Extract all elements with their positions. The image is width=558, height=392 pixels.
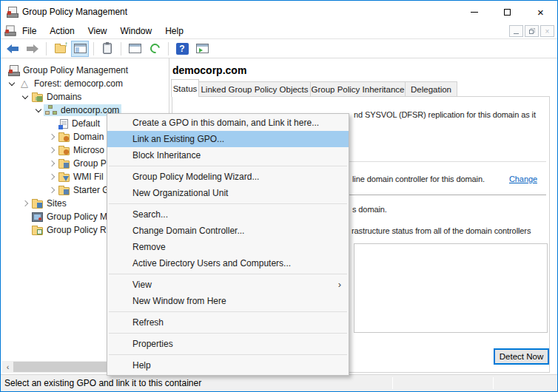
submenu-arrow-icon: › xyxy=(338,277,341,293)
menu-item-gp-modeling-wizard[interactable]: Group Policy Modeling Wizard... xyxy=(107,169,349,185)
chevron-right-icon[interactable] xyxy=(20,198,30,209)
chevron-down-icon[interactable] xyxy=(7,78,17,89)
maximize-button[interactable] xyxy=(491,1,524,23)
tab-delegation[interactable]: Delegation xyxy=(405,81,457,97)
tree-item-domains[interactable]: Domains xyxy=(20,90,84,104)
export-list-button[interactable] xyxy=(193,41,211,57)
detect-hint-text: rastructure status from all of the domai… xyxy=(352,226,531,235)
back-button[interactable] xyxy=(4,41,21,57)
tree-item-group-policy-modeling[interactable]: Group Policy M xyxy=(20,210,110,223)
mdi-window-controls: × xyxy=(509,25,554,37)
title-bar: Group Policy Management × xyxy=(1,1,557,23)
mdi-restore-button[interactable] xyxy=(525,25,539,37)
toolbar-separator xyxy=(121,42,121,55)
menu-separator xyxy=(109,354,347,355)
chevron-right-icon[interactable] xyxy=(47,145,57,155)
tree-item-microsoft-ou[interactable]: Microso xyxy=(47,143,107,157)
back-icon xyxy=(5,44,20,54)
chevron-spacer xyxy=(20,212,30,222)
menu-item-properties[interactable]: Properties xyxy=(107,336,349,352)
properties-window-icon xyxy=(129,44,141,53)
sites-folder-icon xyxy=(32,200,43,209)
chevron-right-icon[interactable] xyxy=(47,132,57,142)
context-menu: Create a GPO in this domain, and Link it… xyxy=(107,113,349,376)
tab-group-policy-inheritance[interactable]: Group Policy Inheritance xyxy=(310,81,406,97)
menu-item-block-inheritance[interactable]: Block Inheritance xyxy=(107,147,349,163)
tree-item-label: Group P xyxy=(73,158,107,169)
show-console-tree-button[interactable] xyxy=(71,41,89,57)
menu-view[interactable]: View xyxy=(81,24,114,38)
menu-item-search[interactable]: Search... xyxy=(107,206,349,223)
menu-action[interactable]: Action xyxy=(43,24,81,38)
properties-button[interactable] xyxy=(126,41,144,57)
tab-status[interactable]: Status xyxy=(171,79,199,97)
tree-item-label: Starter G xyxy=(73,185,110,195)
minimize-button[interactable] xyxy=(457,1,491,23)
menu-item-view[interactable]: View› xyxy=(107,277,349,293)
clipboard-icon xyxy=(103,43,112,54)
tree-item-sites[interactable]: Sites xyxy=(20,197,69,210)
maximize-icon xyxy=(504,9,511,16)
tree-item-forest[interactable]: △Forest: democorp.com xyxy=(7,77,125,90)
menu-help[interactable]: Help xyxy=(158,24,190,38)
baseline-dc-text: line domain controller for this domain. xyxy=(352,175,485,183)
menu-item-new-organizational-unit[interactable]: New Organizational Unit xyxy=(107,185,349,201)
menu-item-refresh[interactable]: Refresh xyxy=(107,314,349,331)
menu-bar: File Action View Window Help × xyxy=(1,23,557,39)
tree-item-default-domain-policy[interactable]: Default xyxy=(47,117,102,130)
tree-item-label: WMI Fil xyxy=(73,172,104,182)
tab-linked-group-policy-objects[interactable]: Linked Group Policy Objects xyxy=(198,81,311,97)
tree-item-label: Forest: democorp.com xyxy=(34,78,123,89)
menu-separator xyxy=(109,203,347,204)
menu-item-ad-users-and-computers[interactable]: Active Directory Users and Computers... xyxy=(107,255,349,271)
refresh-button[interactable] xyxy=(146,41,164,57)
menu-item-remove[interactable]: Remove xyxy=(107,239,349,255)
menu-item-label: View xyxy=(132,280,152,290)
chevron-down-icon[interactable] xyxy=(20,92,30,102)
mdi-close-button[interactable]: × xyxy=(540,25,554,37)
chevron-down-icon[interactable] xyxy=(33,105,44,115)
page-title: democorp.com xyxy=(172,64,246,76)
tree-item-group-policy-objects[interactable]: Group P xyxy=(47,157,109,170)
clipboard-button[interactable] xyxy=(98,41,116,57)
gpmc-window: Group Policy Management × File Action Vi… xyxy=(0,0,558,392)
tree-item-label: Default xyxy=(72,118,100,129)
gpmc-console-icon xyxy=(4,25,15,36)
scroll-left-arrow-icon[interactable]: ‹ xyxy=(2,361,13,373)
menu-item-create-gpo-and-link[interactable]: Create a GPO in this domain, and Link it… xyxy=(107,115,349,131)
menu-item-new-window-from-here[interactable]: New Window from Here xyxy=(107,293,349,309)
help-button[interactable]: ? xyxy=(173,41,191,57)
mdi-close-icon: × xyxy=(545,27,550,36)
chevron-right-icon[interactable] xyxy=(47,172,57,182)
tree-item-starter-gpos[interactable]: Starter G xyxy=(47,183,112,197)
tree-item-domain-controllers[interactable]: Domain xyxy=(47,130,106,143)
up-arrow-icon: ↑ xyxy=(64,41,68,48)
gp-modeling-icon xyxy=(32,212,43,222)
status-bar-text: Select an existing GPO and link it to th… xyxy=(4,378,201,388)
wmi-filter-folder-icon xyxy=(58,174,70,182)
menu-file[interactable]: File xyxy=(16,24,43,38)
gp-results-folder-icon xyxy=(32,227,43,235)
up-one-level-button[interactable]: ↑ xyxy=(51,41,69,57)
status-intro-text: nd SYSVOL (DFSR) replication for this do… xyxy=(354,110,536,119)
menu-item-help[interactable]: Help xyxy=(107,357,349,374)
tree-item-wmi-filters[interactable]: WMI Fil xyxy=(47,170,106,183)
change-link[interactable]: Change xyxy=(509,175,537,183)
menu-window[interactable]: Window xyxy=(114,24,159,38)
chevron-spacer xyxy=(47,118,57,129)
minimize-icon xyxy=(471,12,478,13)
export-list-icon xyxy=(196,44,209,53)
mdi-minimize-button[interactable] xyxy=(509,25,523,37)
forward-button[interactable] xyxy=(24,41,41,57)
tree-item-group-policy-results[interactable]: Group Policy R xyxy=(20,223,109,237)
gpmc-icon xyxy=(8,65,19,76)
detect-now-button[interactable]: Detect Now xyxy=(494,348,549,365)
chevron-right-icon[interactable] xyxy=(47,158,57,169)
menu-item-change-domain-controller[interactable]: Change Domain Controller... xyxy=(107,223,349,239)
chevron-right-icon[interactable] xyxy=(47,185,57,195)
close-icon: × xyxy=(537,7,544,18)
scrollbar-thumb[interactable] xyxy=(13,362,110,372)
menu-item-link-existing-gpo[interactable]: Link an Existing GPO... xyxy=(107,131,349,147)
tree-item-group-policy-management[interactable]: Group Policy Management xyxy=(7,64,130,77)
close-button[interactable]: × xyxy=(524,1,557,23)
